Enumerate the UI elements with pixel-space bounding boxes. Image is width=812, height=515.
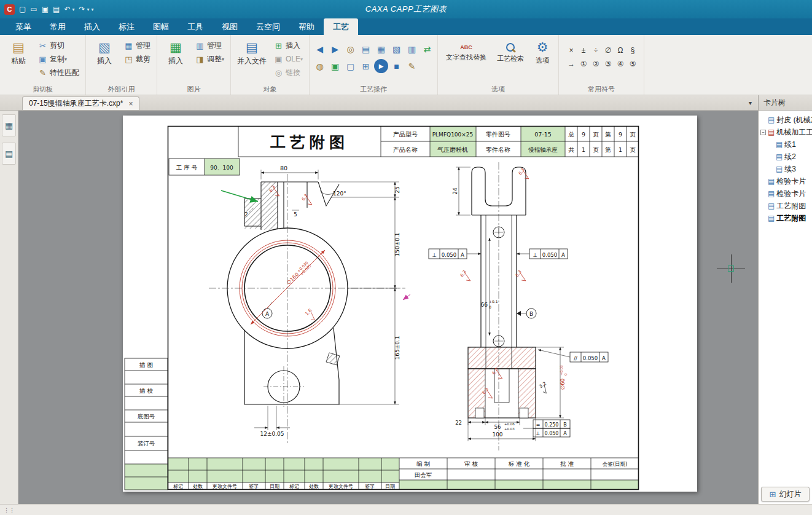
tab-annotate[interactable]: 标注 [109,18,144,35]
edit-card-button[interactable]: ▤ [359,42,373,56]
match-properties-button[interactable]: ✎ 特性匹配 [35,66,82,79]
grid-view-button[interactable]: ⊞ [359,59,373,73]
auditor-label: 审 核 [464,460,478,467]
symbol-arrow[interactable]: → [566,58,577,70]
cut-button[interactable]: ✂ 剪切 [35,39,82,52]
collapse-toggle-icon[interactable]: − [760,130,766,135]
sheets-label: 共 [568,146,574,153]
window-title: CAXA CAPP工艺图表 [0,4,812,15]
drawing-sheet[interactable]: 工艺附图 产品型号 PLMFQ100×25 零件图号 07-15 总 9 页 第… [123,116,697,492]
tree-item-cont2[interactable]: ▤ 续2 [760,151,812,163]
process-search-button[interactable]: 工艺检索 [493,36,528,82]
fill-card-button[interactable]: ▦ [374,42,388,56]
redo-icon[interactable]: ↷ [79,6,85,13]
undo-icon[interactable]: ↶ [64,6,70,13]
new-file-icon[interactable]: ▢ [19,6,26,13]
symbol-circled3[interactable]: ③ [603,58,614,70]
app-logo-icon[interactable]: C [4,4,15,15]
tab-list-caret-icon[interactable]: ▾ [749,100,752,106]
xref-insert-button[interactable]: ▧ 插入 [89,36,120,82]
copy-card-button[interactable]: ▣ [328,59,342,73]
group-xref: ▧ 插入 ▦ 管理 ◳ 裁剪 外部引用 [86,35,157,95]
symbol-circled5[interactable]: ⑤ [627,58,638,70]
tree-item-cover[interactable]: ▤ 封皮 (机械加工) [760,114,812,126]
paste-button[interactable]: ▤ 粘贴 [3,36,34,82]
document-tab[interactable]: 07-15慢辊轴承座工艺卡.cxp* × [22,96,139,110]
format-brush-button[interactable]: ✎ [405,59,419,73]
properties-panel-tab[interactable]: ▤ [2,143,16,165]
open-file-icon[interactable]: ▭ [30,6,37,13]
symbol-divide[interactable]: ÷ [590,44,601,57]
statusbar-grip-icon: ⋮⋮ [4,507,15,513]
symbol-omega[interactable]: Ω [615,44,626,57]
paste-icon: ▤ [12,39,25,55]
card-icon: ▤ [768,116,775,124]
play-slideshow-button[interactable]: ▶ [374,59,388,73]
dim-80: 80 [280,165,287,171]
tab-common[interactable]: 常用 [41,18,75,35]
exchange-card-button[interactable]: ⇄ [420,42,434,56]
tab-process[interactable]: 工艺 [324,18,358,35]
options-label: 选项 [536,56,549,65]
customize-toolbar-caret-icon[interactable]: ▾ [92,7,94,12]
redo-caret-icon[interactable]: ▾ [87,7,90,12]
next-card-button[interactable]: ▶ [328,42,342,56]
library-panel-tab[interactable]: ▦ [2,114,16,136]
card-template-button[interactable]: ▥ [405,42,419,56]
binding-no-label: 装订号 [138,440,155,447]
image-insert-button[interactable]: ▦ 插入 [160,36,191,82]
page-button[interactable]: ▢ [343,59,357,73]
process-symbol-button[interactable]: ◎ [343,42,357,56]
copy-caret-icon: ▾ [64,57,67,62]
xref-manage-button[interactable]: ▦ 管理 [121,39,154,52]
tab-cloud[interactable]: 云空间 [247,18,289,35]
xref-clip-button[interactable]: ◳ 裁剪 [121,52,154,66]
tree-item-attached-figure2[interactable]: ▤ 工艺附图 [760,212,812,224]
tab-view[interactable]: 视图 [213,18,247,35]
symbol-circled2[interactable]: ② [590,58,601,70]
image-manage-button[interactable]: ▥ 管理 [192,39,227,52]
merge-file-button[interactable]: ▤ 并入文件 [234,36,270,82]
tree-item-attached-figure1[interactable]: ▤ 工艺附图 [760,200,812,212]
tab-help[interactable]: 帮助 [289,18,324,35]
close-document-icon[interactable]: × [128,100,133,108]
symbol-section[interactable]: § [627,44,638,57]
drawing-canvas[interactable]: 工艺附图 产品型号 PLMFQ100×25 零件图号 07-15 总 9 页 第… [18,111,758,504]
circle-mark-button[interactable]: ◍ [313,59,327,73]
save-icon[interactable]: ▣ [42,6,49,13]
tab-tools[interactable]: 工具 [178,18,213,35]
blue-card-button[interactable]: ■ [389,59,404,73]
cut-label: 剪切 [50,41,64,51]
symbol-plusminus[interactable]: ± [578,44,589,57]
options-button[interactable]: ⚙ 选项 [529,36,555,82]
object-insert-button[interactable]: ⊞ 插入 [271,39,306,52]
slides-button[interactable]: ⊞ 幻灯片 [761,487,810,501]
undo-caret-icon[interactable]: ▾ [72,7,74,12]
tree-item-inspection1[interactable]: ▤ 检验卡片 [760,175,812,187]
symbol-multiply[interactable]: × [566,44,577,57]
tab-sheet[interactable]: 图幅 [144,18,178,35]
prev-card-button[interactable]: ◀ [313,42,327,56]
group-label-clipboard: 剪切板 [0,85,85,94]
tree-item-machining[interactable]: − ▤ 机械加工工序卡 [760,126,812,138]
fcf3-symbol: // [574,355,577,361]
tab-insert[interactable]: 插入 [75,18,109,35]
tab-menu[interactable]: 菜单 [6,18,41,35]
compiler-name: 田会军 [415,471,432,478]
copy-button[interactable]: ▣ 复制 ▾ [35,52,82,66]
symbol-diameter[interactable]: ∅ [603,44,614,57]
tree-item-cont1[interactable]: ▤ 续1 [760,138,812,151]
sheets-pages: 页 [593,146,599,153]
tree-item-inspection2[interactable]: ▤ 检验卡片 [760,187,812,200]
image-insert-label: 插入 [168,56,183,66]
total-pages: 9 [582,131,585,138]
tree-item-cont3[interactable]: ▤ 续3 [760,163,812,175]
new-card-button[interactable]: ▧ [389,42,404,56]
datum-b: B [529,311,533,317]
find-replace-button[interactable]: ABC 文字查找替换 [441,36,491,82]
print-icon[interactable]: ▤ [53,6,60,13]
symbol-circled1[interactable]: ① [578,58,589,70]
sheets-count: 1 [582,146,585,153]
image-adjust-button[interactable]: ◨ 调整 ▾ [192,52,227,66]
symbol-circled4[interactable]: ④ [615,58,626,70]
